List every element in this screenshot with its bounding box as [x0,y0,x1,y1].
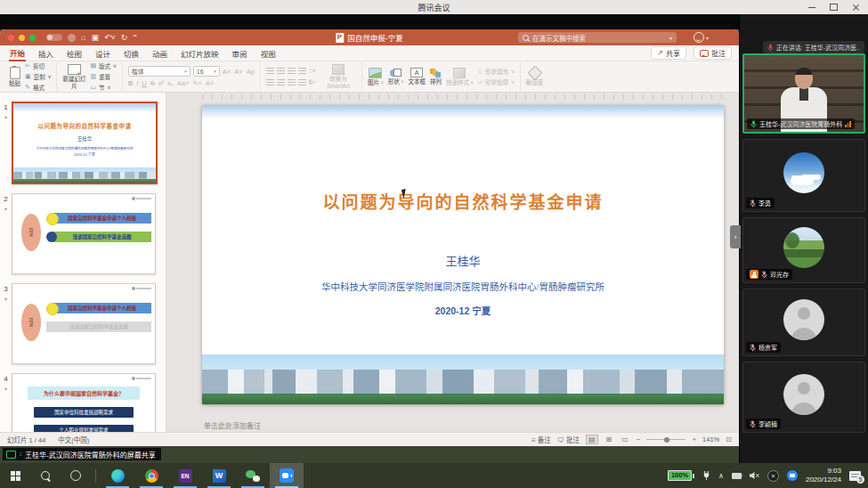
slide-sorter-view-button[interactable]: ⊞ [604,435,614,443]
italic-button[interactable]: I [136,79,138,87]
highlight-color-button[interactable]: ✎˅ [192,79,202,87]
undo-icon[interactable]: ↶˅ [104,29,116,45]
zoom-in-button[interactable]: + [692,435,696,443]
reset-button[interactable]: ▥重置 [90,72,116,81]
tab-view[interactable]: 视图 [260,46,277,61]
taskbar-clock[interactable]: 9:03 2020/12/24 [806,467,841,484]
slide-thumbnail-4[interactable]: 为什么要申报国家自然科学基金？ 国家单位科技发展战略需求 个人职业规划发展需求 [12,373,156,432]
notes-toggle[interactable]: ≡ 备注 [531,435,551,444]
sensitivity-button[interactable]: 敏感度 [526,68,544,85]
paste-button[interactable]: 粘贴 [9,67,20,86]
section-button[interactable]: ▭节 ˅ [90,83,116,92]
taskbar-search-button[interactable] [30,463,61,488]
feedback-caret-icon[interactable]: ▾ [706,35,709,41]
textbox-button[interactable]: A 文本框 [408,68,426,85]
bullets-icon[interactable] [266,68,274,74]
notes-placeholder[interactable]: 单击此处添加备注 [204,420,261,430]
outdent-icon[interactable] [288,68,296,74]
sidebar-collapse-handle[interactable]: › [730,225,741,248]
search-input[interactable]: 在演示文稿中搜索 ▾ [518,32,677,43]
hidden-icons-chevron[interactable]: ∧ [718,472,724,480]
align-right-icon[interactable] [288,79,296,85]
normal-view-button[interactable]: ▤ [586,435,598,444]
underline-button[interactable]: U [142,79,146,87]
slideshow-view-button[interactable]: ▭ [620,435,630,443]
fit-to-window-icon[interactable]: ⊡ [726,435,732,443]
account-avatar[interactable] [68,34,76,42]
justify-icon[interactable] [298,79,306,85]
participant-tile[interactable]: 邓光存 [742,217,865,283]
clear-format-icon[interactable]: Ap [247,68,255,76]
indent-icon[interactable] [298,68,306,74]
shrink-font-icon[interactable]: A˅ [234,68,242,76]
mac-close-icon[interactable] [8,35,14,41]
bold-button[interactable]: B [128,79,133,87]
home-icon[interactable]: ⌂ [81,29,85,45]
shapes-button[interactable]: 形状 ˅ [388,69,404,85]
columns-icon[interactable]: ⫴˅ [309,78,316,87]
tab-home[interactable]: 开始 [9,45,26,61]
layout-button[interactable]: ▤版式 ˅ [90,61,116,70]
tab-draw[interactable]: 绘图 [66,46,83,61]
taskbar-app-edge[interactable] [101,463,134,488]
battery-indicator[interactable]: 100% [668,470,694,481]
font-color-button[interactable]: A˅ [206,79,214,87]
autosave-toggle[interactable] [46,34,62,41]
taskbar-app-chrome[interactable] [134,463,168,488]
taskbar-app-word[interactable]: W [202,463,236,488]
change-case-button[interactable]: Aa˅ [177,79,190,87]
redo-icon[interactable]: ↻ [121,29,128,45]
picture-button[interactable]: 图片 ˅ [368,68,384,86]
font-name-select[interactable]: 楷体▾ [128,66,191,77]
participant-tile[interactable]: 李颖楠 [742,362,865,433]
new-slide-button[interactable]: 新建幻灯片 [62,64,85,88]
smartart-button[interactable]: 转换为SmartArt [320,64,356,88]
meeting-tray-icon[interactable] [787,470,798,481]
numbering-icon[interactable] [277,68,285,74]
minimize-icon[interactable] [808,7,815,8]
font-size-select[interactable]: 16▾ [193,66,220,77]
align-center-icon[interactable] [277,79,285,85]
mac-zoom-icon[interactable] [29,35,36,41]
shape-outline-button[interactable]: ▱形状轮廓 ˅ [478,77,515,86]
format-painter-button[interactable]: ✎格式 [25,83,51,92]
language-indicator[interactable]: 中文(中国) [58,435,89,444]
grow-font-icon[interactable]: A˄ [223,68,231,76]
participant-tile[interactable]: 王桂华-武汉同济医院胃肠外科 [742,53,865,134]
quick-styles-button[interactable]: 快速样式 ˅ [446,68,474,86]
slide-thumbnail-1[interactable]: 以问题为导向的自然科学基金申请 王桂华 华中科技大学同济医学院附属同济医院胃肠外… [12,102,158,184]
arrange-button[interactable]: 排列 [430,69,442,85]
camera-tray-icon[interactable] [732,473,742,479]
volume-muted-icon[interactable] [750,471,759,480]
zoom-out-button[interactable]: − [637,435,641,443]
tab-animations[interactable]: 动画 [151,46,168,61]
subscript-button[interactable]: x₂ [167,79,174,87]
blocked-tray-icon[interactable]: ✕ [767,470,779,482]
taskbar-app-tencent-meeting[interactable] [270,463,304,488]
copy-button[interactable]: ▣复制 ˅ [25,72,51,81]
start-button[interactable] [0,463,30,488]
comments-toggle[interactable]: 🗨 批注 [557,435,580,444]
current-slide-canvas[interactable]: 以问题为导向的自然科学基金申请 王桂华 华中科技大学同济医学院附属同济医院胃肠外… [202,105,724,404]
tab-review[interactable]: 审阅 [231,46,248,61]
zoom-slider-knob[interactable] [664,437,669,443]
close-icon[interactable] [852,4,859,11]
qat-more-icon[interactable]: ⁼ [133,29,137,45]
feedback-smiley-icon[interactable] [694,32,704,43]
search-scope-caret-icon[interactable]: ▾ [669,35,672,41]
zoom-level[interactable]: 141% [702,435,719,443]
slide-thumbnail-panel[interactable]: 1 ✦ 以问题为导向的自然科学基金申请 王桂华 华中科技大学同济医学院附属同济医… [0,93,166,432]
taskbar-app-endnote[interactable]: EN [168,463,202,488]
tab-design[interactable]: 设计 [94,46,111,61]
strikethrough-button[interactable]: S [150,79,155,87]
notification-center-button[interactable]: 5 [849,471,861,481]
participant-tile[interactable]: 杨贵军 [742,289,865,356]
superscript-button[interactable]: x² [158,79,164,87]
zoom-slider[interactable] [646,439,685,440]
slide-thumbnail-3[interactable]: 目录 国家自然科学基金申请个人经验 浅谈国家自然科学基金选题 [12,283,156,364]
slide-thumbnail-2[interactable]: 目录 国家自然科学基金申请个人经验 浅谈国家自然科学基金选题 [12,193,156,274]
participant-tile[interactable]: 李勇 [742,139,865,212]
tab-insert[interactable]: 插入 [37,46,54,61]
mac-traffic-lights[interactable] [8,35,36,41]
cut-button[interactable]: ✂剪切 [25,61,51,70]
